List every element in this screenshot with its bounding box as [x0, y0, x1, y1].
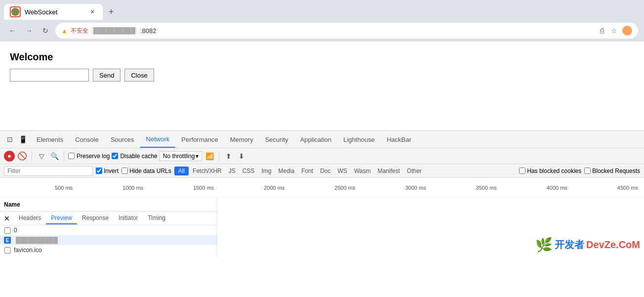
send-button[interactable]: Send [93, 69, 121, 82]
upload-icon[interactable]: ⬆ [223, 151, 234, 162]
record-button[interactable]: ● [4, 151, 15, 162]
preserve-log-checkbox[interactable]: Preserve log [68, 153, 110, 160]
filter-type-ws[interactable]: WS [335, 167, 350, 175]
throttling-dropdown[interactable]: No throttling ▾ [160, 151, 202, 161]
address-bar[interactable]: ▲ 不安全 ██████████ :8082 ⎙ ☆ [55, 23, 638, 39]
tab-memory[interactable]: Memory [224, 132, 259, 147]
tl-3000: 3000 ms [358, 185, 428, 191]
tl-500: 500 ms [4, 185, 75, 191]
refresh-button[interactable]: ↻ [40, 25, 51, 37]
devtools-tab-bar: ⊡ 📱 Elements Console Sources Network Per… [0, 131, 644, 148]
tab-performance[interactable]: Performance [175, 132, 224, 147]
throttling-arrow: ▾ [196, 153, 199, 160]
filter-icon[interactable]: ▽ [36, 151, 47, 162]
wifi-icon[interactable]: 📶 [204, 151, 215, 162]
filter-type-font[interactable]: Font [298, 167, 316, 175]
websocket-input[interactable] [10, 69, 89, 82]
profile-icon[interactable] [622, 26, 632, 36]
detail-panel: 🌿 开发者 DevZe.CoM [217, 198, 644, 257]
tl-2500: 2500 ms [286, 185, 357, 191]
browser-tab[interactable]: WebSocket ✕ [4, 4, 103, 20]
blocked-requests-checkbox[interactable]: Blocked Requests [584, 168, 640, 174]
name-panel: Name ✕ Headers Preview Response Initiato… [0, 198, 217, 257]
detail-tab-headers[interactable]: Headers [14, 212, 46, 224]
detail-tab-initiator[interactable]: Initiator [114, 212, 143, 224]
filter-type-js[interactable]: JS [226, 167, 239, 175]
disable-cache-checkbox[interactable]: Disable cache [112, 153, 157, 160]
separator-1 [32, 151, 32, 161]
throttling-label: No throttling [163, 153, 195, 160]
has-blocked-cookies-input[interactable] [519, 168, 525, 174]
bookmark-icon[interactable]: ☆ [609, 25, 619, 37]
inspect-icon[interactable]: ⊡ [4, 133, 16, 145]
filter-type-fetch-xhr[interactable]: Fetch/XHR [190, 167, 225, 175]
list-item-1[interactable]: E ██████████ [0, 235, 217, 245]
separator-2 [64, 151, 64, 161]
tl-4500: 4500 ms [569, 185, 640, 191]
share-icon[interactable]: ⎙ [598, 25, 606, 37]
filter-type-all[interactable]: All [174, 167, 189, 175]
blocked-requests-input[interactable] [584, 168, 591, 174]
list-item-favicon-checkbox[interactable] [4, 247, 11, 254]
filter-type-manifest[interactable]: Manifest [374, 167, 402, 175]
list-item-1-label: ██████████ [14, 237, 60, 244]
close-button[interactable]: Close [124, 69, 154, 82]
back-button[interactable]: ← [6, 25, 19, 37]
detail-tab-timing[interactable]: Timing [143, 212, 170, 224]
tab-close-button[interactable]: ✕ [88, 7, 97, 16]
tab-title: WebSocket [25, 8, 84, 16]
list-item-1-icon: E [4, 237, 11, 244]
detail-tab-response[interactable]: Response [77, 212, 114, 224]
new-tab-button[interactable]: + [105, 5, 118, 19]
tl-4000: 4000 ms [499, 185, 569, 191]
filter-bar: Invert Hide data URLs All Fetch/XHR JS C… [0, 164, 644, 178]
filter-type-css[interactable]: CSS [240, 167, 258, 175]
invert-input[interactable] [96, 168, 102, 174]
has-blocked-cookies-checkbox[interactable]: Has blocked cookies [519, 168, 581, 174]
filter-type-buttons: All Fetch/XHR JS CSS Img Media Font Doc … [174, 167, 425, 175]
hide-data-urls-checkbox[interactable]: Hide data URLs [121, 168, 171, 174]
tab-console[interactable]: Console [69, 132, 105, 147]
tab-sources[interactable]: Sources [105, 132, 140, 147]
hide-data-urls-label: Hide data URLs [129, 168, 171, 174]
blocked-requests-label: Blocked Requests [592, 168, 640, 174]
filter-type-media[interactable]: Media [275, 167, 297, 175]
device-icon[interactable]: 📱 [17, 133, 29, 145]
invert-checkbox[interactable]: Invert [96, 168, 119, 174]
forward-button[interactable]: → [23, 25, 36, 37]
detail-tab-preview[interactable]: Preview [46, 212, 77, 224]
timeline-row: 500 ms 1000 ms 1500 ms 2000 ms 2500 ms 3… [0, 178, 644, 198]
tab-security[interactable]: Security [259, 132, 294, 147]
tl-2000: 2000 ms [216, 185, 286, 191]
disable-cache-input[interactable] [112, 153, 118, 159]
tab-network[interactable]: Network [140, 131, 176, 148]
hide-data-urls-input[interactable] [121, 168, 128, 174]
network-bottom: Name ✕ Headers Preview Response Initiato… [0, 198, 644, 257]
preserve-log-input[interactable] [68, 153, 75, 159]
list-item-favicon[interactable]: favicon.ico [0, 245, 217, 255]
download-icon[interactable]: ⬇ [236, 151, 247, 162]
filter-type-img[interactable]: Img [258, 167, 274, 175]
list-item-0[interactable]: 0 [0, 225, 217, 235]
filter-input[interactable] [4, 166, 93, 176]
clear-button[interactable]: 🚫 [17, 151, 28, 162]
filter-type-wasm[interactable]: Wasm [351, 167, 374, 175]
filter-right: Has blocked cookies Blocked Requests [519, 168, 640, 174]
list-item-favicon-label: favicon.ico [14, 247, 42, 254]
filter-type-doc[interactable]: Doc [317, 167, 333, 175]
timeline-labels: 500 ms 1000 ms 1500 ms 2000 ms 2500 ms 3… [0, 185, 644, 191]
tab-elements[interactable]: Elements [31, 132, 69, 147]
network-toolbar: ● 🚫 ▽ 🔍 Preserve log Disable cache No th… [0, 148, 644, 164]
search-icon[interactable]: 🔍 [49, 151, 60, 162]
security-label: 不安全 [71, 27, 88, 35]
tab-lighthouse[interactable]: Lighthouse [337, 132, 381, 147]
tab-hackbar[interactable]: HackBar [381, 132, 417, 147]
detail-close-button[interactable]: ✕ [4, 214, 10, 222]
list-item-0-label: 0 [14, 227, 17, 234]
filter-type-other[interactable]: Other [404, 167, 425, 175]
name-panel-header: Name [0, 198, 217, 212]
list-item-0-checkbox[interactable] [4, 227, 11, 234]
tab-application[interactable]: Application [294, 132, 338, 147]
tab-favicon-border [10, 6, 21, 17]
address-blurred: ██████████ [91, 27, 137, 34]
